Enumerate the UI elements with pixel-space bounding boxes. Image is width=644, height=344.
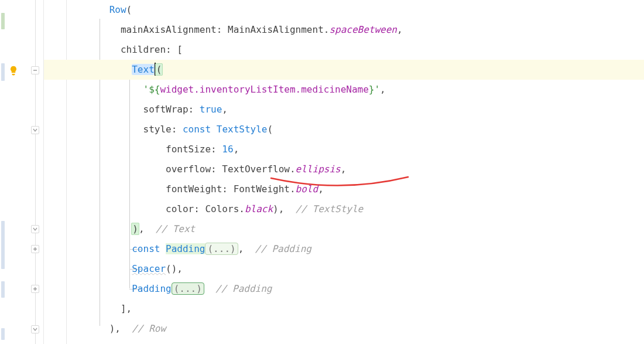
gutter-icons — [5, 0, 25, 344]
code-line[interactable]: Spacer(), — [44, 259, 644, 279]
identifier-text: Text — [132, 64, 155, 75]
editor-container: Row( mainAxisAlignment: MainAxisAlignmen… — [0, 0, 644, 344]
identifier-padding: Padding — [166, 243, 205, 254]
code-line[interactable]: fontWeight: FontWeight.bold, — [44, 179, 644, 199]
identifier-padding: Padding — [132, 283, 171, 294]
identifier-spacer: Spacer — [132, 263, 166, 274]
code-line[interactable]: ], — [44, 299, 644, 319]
code-line[interactable]: overflow: TextOverflow.ellipsis, — [44, 159, 644, 179]
code-line[interactable]: ), // Text — [44, 219, 644, 239]
fold-down-icon[interactable] — [31, 225, 39, 233]
fold-plus-icon[interactable] — [31, 245, 39, 253]
code-line[interactable]: ), // Row — [44, 319, 644, 339]
code-area[interactable]: Row( mainAxisAlignment: MainAxisAlignmen… — [44, 0, 644, 344]
code-line[interactable]: const Padding(...), // Padding — [44, 239, 644, 259]
vcs-margin — [0, 0, 5, 344]
code-line[interactable]: mainAxisAlignment: MainAxisAlignment.spa… — [44, 20, 644, 40]
lightbulb-icon[interactable] — [8, 65, 20, 78]
code-line[interactable]: Padding(...) // Padding — [44, 279, 644, 299]
fold-margin — [25, 0, 44, 344]
editor-gutter — [0, 0, 44, 344]
fold-plus-icon[interactable] — [31, 285, 39, 293]
code-line[interactable]: style: const TextStyle( — [44, 120, 644, 139]
code-line[interactable]: '${widget.inventoryListItem.medicineName… — [44, 80, 644, 100]
code-line-active[interactable]: Text( — [44, 60, 644, 80]
code-line[interactable]: children: [ — [44, 40, 644, 60]
fold-down-icon[interactable] — [31, 325, 39, 333]
folded-region-selected[interactable]: (...) — [172, 282, 204, 295]
code-line[interactable]: Row( — [44, 0, 644, 20]
fold-minus-icon[interactable] — [31, 66, 39, 74]
fold-down-icon[interactable] — [31, 126, 39, 134]
code-line[interactable]: color: Colors.black), // TextStyle — [44, 199, 644, 219]
code-line[interactable]: softWrap: true, — [44, 100, 644, 120]
identifier-textstyle: TextStyle — [217, 124, 268, 135]
code-line[interactable]: fontSize: 16, — [44, 139, 644, 159]
folded-region[interactable]: (...) — [205, 243, 238, 255]
identifier-row: Row — [109, 4, 126, 15]
